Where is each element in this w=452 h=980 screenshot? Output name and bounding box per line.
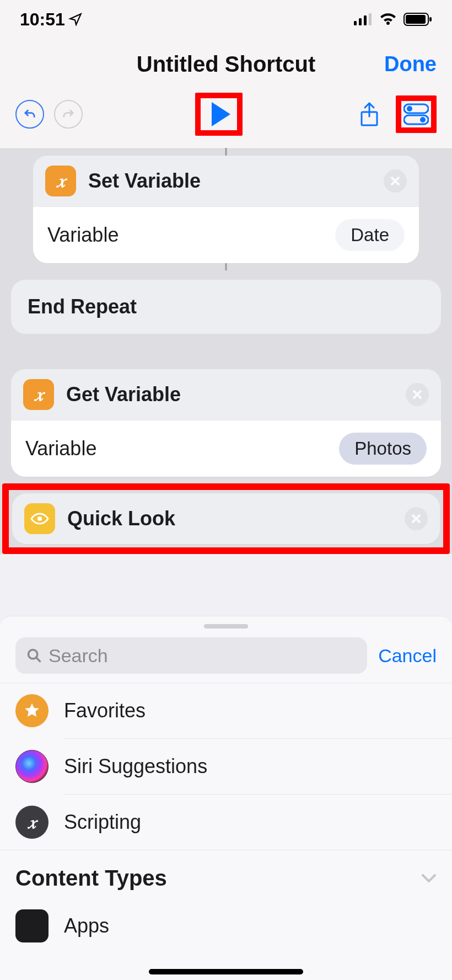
action-quick-look-highlight: Quick Look (2, 483, 450, 554)
svg-rect-2 (364, 15, 367, 25)
close-icon (411, 388, 423, 401)
param-row[interactable]: Variable Photos (11, 420, 441, 477)
search-input[interactable]: Search (15, 637, 367, 674)
navigation-bar: Untitled Shortcut Done (0, 39, 452, 89)
status-time-text: 10:51 (20, 9, 65, 30)
svg-point-11 (420, 117, 426, 122)
redo-button[interactable] (54, 100, 83, 129)
search-placeholder: Search (49, 645, 108, 667)
toolbar (0, 89, 452, 149)
param-label: Variable (25, 437, 96, 460)
section-content-types[interactable]: Content Types (0, 850, 452, 898)
category-apps[interactable]: Apps (0, 898, 452, 954)
action-title: End Repeat (28, 295, 137, 318)
undo-icon (22, 106, 37, 122)
action-header: 𝑥 Set Variable (33, 156, 419, 206)
run-button[interactable] (203, 100, 235, 128)
search-row: Search Cancel (0, 634, 452, 683)
settings-button-highlight (396, 95, 437, 133)
category-label: Favorites (64, 699, 146, 722)
variable-icon: 𝑥 (23, 379, 54, 410)
category-label: Siri Suggestions (64, 755, 207, 778)
settings-button[interactable] (402, 102, 430, 126)
siri-icon (15, 750, 49, 783)
svg-point-9 (407, 106, 412, 111)
section-title: Content Types (15, 866, 167, 891)
toggles-icon (403, 103, 429, 125)
eye-icon (24, 503, 55, 534)
action-quick-look[interactable]: Quick Look (12, 493, 440, 544)
category-list: Favorites Siri Suggestions 𝑥 Scripting C… (0, 683, 452, 954)
action-get-variable[interactable]: 𝑥 Get Variable Variable Photos (11, 369, 441, 477)
category-favorites[interactable]: Favorites (0, 683, 452, 738)
close-icon (389, 175, 401, 187)
page-title: Untitled Shortcut (137, 52, 315, 77)
svg-rect-1 (359, 18, 362, 25)
action-end-repeat[interactable]: End Repeat (11, 280, 441, 334)
action-title: Get Variable (66, 383, 394, 406)
close-icon (410, 513, 422, 525)
scripting-icon: 𝑥 (15, 806, 49, 839)
apps-icon (15, 909, 49, 942)
action-title: Quick Look (67, 507, 392, 530)
action-set-variable[interactable]: 𝑥 Set Variable Variable Date (33, 156, 419, 263)
battery-icon (403, 13, 432, 26)
chevron-down-icon (421, 874, 437, 883)
done-button[interactable]: Done (384, 52, 437, 76)
search-icon (26, 648, 42, 663)
redo-icon (61, 106, 76, 122)
action-header: 𝑥 Get Variable (11, 369, 441, 420)
param-row[interactable]: Variable Date (33, 206, 419, 263)
delete-action-button[interactable] (384, 169, 407, 193)
actions-panel[interactable]: Search Cancel Favorites Siri Suggestions… (0, 616, 452, 980)
action-title: Set Variable (88, 169, 372, 193)
location-icon (68, 12, 83, 26)
param-value-date[interactable]: Date (335, 219, 405, 251)
play-icon (212, 102, 230, 126)
cancel-button[interactable]: Cancel (378, 645, 437, 667)
svg-rect-6 (429, 17, 432, 22)
status-right (354, 13, 432, 26)
action-header: Quick Look (12, 493, 440, 544)
svg-point-12 (37, 516, 42, 521)
variable-icon: 𝑥 (45, 166, 76, 196)
param-label: Variable (47, 223, 119, 247)
svg-rect-5 (406, 15, 426, 24)
drag-handle[interactable] (204, 624, 248, 629)
category-scripting[interactable]: 𝑥 Scripting (0, 795, 452, 850)
undo-button[interactable] (15, 100, 44, 129)
svg-rect-0 (354, 21, 357, 25)
wifi-icon (379, 13, 397, 26)
svg-rect-3 (369, 13, 372, 25)
category-label: Apps (64, 914, 109, 938)
run-button-highlight (195, 93, 243, 136)
category-siri-suggestions[interactable]: Siri Suggestions (0, 739, 452, 794)
status-bar: 10:51 (0, 0, 452, 39)
home-indicator[interactable] (149, 969, 303, 974)
shortcut-editor[interactable]: 𝑥 Set Variable Variable Date End Repeat … (0, 149, 452, 554)
run-button-wrapper (195, 93, 243, 136)
share-button[interactable] (355, 100, 384, 129)
star-icon (15, 694, 49, 727)
param-value-photos[interactable]: Photos (339, 433, 427, 465)
category-label: Scripting (64, 811, 141, 834)
status-time: 10:51 (20, 9, 83, 30)
delete-action-button[interactable] (405, 507, 428, 530)
delete-action-button[interactable] (406, 383, 429, 406)
cellular-icon (354, 13, 373, 25)
share-icon (358, 101, 380, 127)
